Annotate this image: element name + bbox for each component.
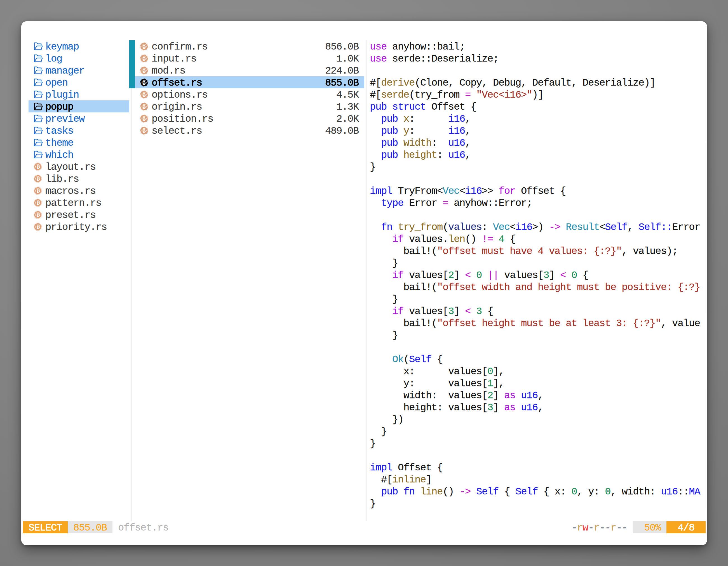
svg-text:R: R: [142, 127, 146, 134]
svg-text:R: R: [36, 200, 40, 206]
svg-text:R: R: [36, 187, 40, 194]
svg-text:R: R: [142, 79, 146, 86]
svg-text:R: R: [142, 67, 146, 74]
svg-text:R: R: [36, 163, 40, 170]
svg-text:R: R: [142, 115, 146, 122]
svg-text:R: R: [142, 55, 146, 62]
svg-text:R: R: [142, 43, 146, 50]
svg-text:R: R: [36, 212, 40, 218]
svg-text:R: R: [36, 175, 40, 182]
svg-text:R: R: [142, 91, 146, 98]
svg-text:R: R: [142, 103, 146, 110]
svg-text:R: R: [36, 224, 40, 230]
